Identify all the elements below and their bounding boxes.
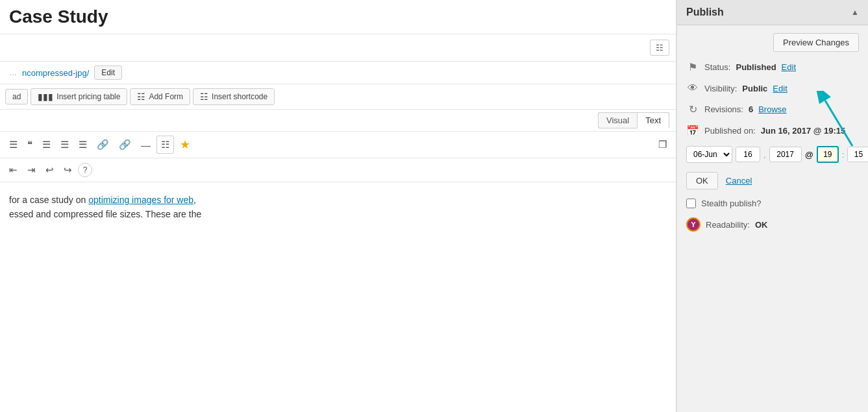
list-icon-btn[interactable]: ☰ (5, 136, 21, 153)
insert-pricing-table-button[interactable]: ▮▮▮ Insert pricing table (31, 88, 127, 105)
status-label: Status: (704, 62, 730, 72)
undo-icon-btn[interactable]: ↩ (42, 162, 58, 178)
insert-table-icon-btn[interactable]: ☷ (650, 40, 669, 56)
star-icon-btn[interactable]: ★ (176, 135, 194, 154)
help-icon-btn[interactable]: ? (78, 163, 92, 177)
url-row: … ncompressed-jpg/ Edit (0, 62, 676, 84)
published-on-label: Published on: (704, 126, 756, 136)
form-icon: ☷ (137, 91, 145, 102)
insert-shortcode-button[interactable]: ☷ Insert shortcode (193, 88, 275, 105)
date-time-row: 06-Jun , @ : (686, 146, 859, 163)
edit-permalink-button[interactable]: Edit (94, 66, 122, 80)
readability-label: Readability: (706, 220, 750, 230)
stealth-publish-row: Stealth publish? (686, 199, 859, 208)
ok-button[interactable]: OK (686, 172, 718, 189)
revisions-label: Revisions: (704, 104, 743, 114)
month-select[interactable]: 06-Jun (686, 146, 732, 163)
readability-icon: Y (686, 217, 701, 232)
align-center-icon-btn[interactable]: ☰ (56, 136, 73, 153)
revisions-row: ↻ Revisions: 6 Browse (686, 103, 859, 115)
toolbar-row-1: ☷ (0, 34, 676, 62)
visibility-row: 👁 Visibility: Public Edit (686, 82, 859, 94)
date-at-symbol: @ (805, 150, 813, 160)
published-on-value: Jun 16, 2017 @ 19:15 (761, 126, 845, 136)
year-input[interactable] (769, 147, 802, 162)
tab-visual[interactable]: Visual (598, 112, 637, 128)
cancel-button[interactable]: Cancel (726, 176, 752, 186)
toolbar-prev-icon: ad (12, 92, 21, 101)
fullscreen-icon-btn[interactable]: ❐ (654, 136, 671, 153)
day-input[interactable] (736, 147, 760, 162)
time-colon: : (842, 150, 845, 160)
visibility-label: Visibility: (704, 84, 737, 93)
svg-text:Y: Y (691, 221, 696, 228)
outdent-icon-btn[interactable]: ⇤ (5, 162, 21, 178)
permalink-url[interactable]: ncompressed-jpg/ (22, 68, 89, 78)
editor-panel: Case Study ☷ … ncompressed-jpg/ Edit ad … (0, 0, 676, 412)
status-icon: ⚑ (686, 61, 699, 73)
publish-body: Preview Changes ⚑ Status: Published Edit… (677, 25, 868, 239)
add-form-label: Add Form (149, 92, 183, 101)
align-left-icon-btn[interactable]: ☰ (38, 136, 55, 153)
tab-text[interactable]: Text (637, 112, 669, 128)
editor-toolbar-row1: ☰ ❝ ☰ ☰ ☰ 🔗 🔗 ― ☷ ★ ❐ (0, 132, 676, 158)
unlink-icon-btn[interactable]: 🔗 (115, 136, 135, 153)
publish-header: Publish ▲ (677, 0, 868, 25)
shortcode-icon: ☷ (200, 91, 208, 102)
insert-shortcode-label: Insert shortcode (212, 92, 267, 101)
insert-pricing-table-label: Insert pricing table (56, 92, 120, 101)
align-right-icon-btn[interactable]: ☰ (75, 136, 91, 153)
readability-value: OK (755, 220, 768, 230)
content-paragraph: for a case study on optimizing images fo… (9, 193, 667, 222)
visibility-edit-link[interactable]: Edit (773, 84, 787, 93)
content-rest: essed and compressed file sizes. These a… (9, 209, 201, 219)
visibility-icon: 👁 (686, 82, 699, 94)
editor-toolbar-row2: ⇤ ⇥ ↩ ↪ ? (0, 158, 676, 182)
stealth-publish-checkbox[interactable] (686, 199, 696, 208)
post-title[interactable]: Case Study (0, 0, 676, 34)
date-comma: , (763, 150, 766, 160)
readability-row: Y Readability: OK (686, 217, 859, 232)
content-text-after: , (193, 195, 196, 205)
hour-input[interactable] (817, 146, 839, 163)
visibility-value: Public (742, 84, 767, 93)
content-text-before: for a case study on (9, 195, 88, 205)
revisions-icon: ↻ (686, 103, 699, 115)
toolbar-icon-area: ☷ (6, 40, 669, 56)
content-link[interactable]: optimizing images for web (88, 195, 193, 205)
blockquote-icon-btn[interactable]: ❝ (23, 136, 36, 153)
sidebar-panel: Publish ▲ Preview Changes ⚑ Status: Publ… (676, 0, 868, 412)
revisions-value: 6 (749, 104, 753, 114)
add-form-button[interactable]: ☷ Add Form (130, 88, 190, 105)
indent-icon-btn[interactable]: ⇥ (23, 162, 40, 178)
hr-icon-btn[interactable]: ― (137, 137, 155, 153)
toolbar-row-2: ad ▮▮▮ Insert pricing table ☷ Add Form ☷… (0, 84, 676, 110)
revisions-browse-link[interactable]: Browse (758, 104, 786, 114)
status-row: ⚑ Status: Published Edit (686, 61, 859, 73)
redo-icon-btn[interactable]: ↪ (60, 162, 76, 178)
arrow-annotation (813, 91, 865, 149)
preview-changes-button[interactable]: Preview Changes (773, 33, 859, 52)
editor-content[interactable]: for a case study on optimizing images fo… (0, 182, 676, 412)
table-icon-btn[interactable]: ☷ (156, 136, 174, 154)
status-value: Published (736, 62, 776, 72)
publish-title: Publish (686, 6, 724, 18)
link-icon-btn[interactable]: 🔗 (93, 136, 113, 153)
minute-input[interactable] (847, 147, 868, 162)
bar-chart-icon: ▮▮▮ (38, 91, 53, 102)
url-prefix: … (9, 68, 17, 77)
collapse-icon[interactable]: ▲ (851, 8, 859, 17)
published-on-row: 📅 Published on: Jun 16, 2017 @ 19:15 (686, 125, 859, 137)
calendar-icon: 📅 (686, 125, 699, 137)
toolbar-prev-btn[interactable]: ad (5, 89, 28, 104)
ok-cancel-row: OK Cancel (686, 172, 859, 189)
status-edit-link[interactable]: Edit (782, 62, 796, 72)
visual-text-tabs: Visual Text (0, 110, 676, 132)
stealth-publish-label: Stealth publish? (701, 199, 762, 208)
